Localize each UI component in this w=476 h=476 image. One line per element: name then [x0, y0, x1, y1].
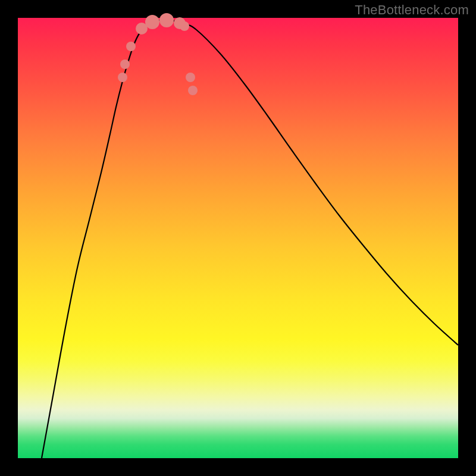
marker-dot: [120, 60, 130, 69]
curve-svg: [18, 18, 458, 458]
marker-dot: [159, 13, 174, 27]
highlight-markers: [118, 13, 198, 95]
bottleneck-curve: [42, 20, 458, 458]
marker-dot: [126, 42, 136, 51]
marker-dot: [180, 21, 189, 31]
marker-dot: [118, 73, 127, 82]
watermark-text: TheBottleneck.com: [355, 2, 469, 18]
marker-dot: [186, 73, 195, 82]
marker-dot: [145, 15, 159, 29]
chart-frame: TheBottleneck.com: [0, 0, 476, 476]
marker-dot: [188, 86, 198, 95]
gradient-plot-area: [18, 18, 458, 458]
